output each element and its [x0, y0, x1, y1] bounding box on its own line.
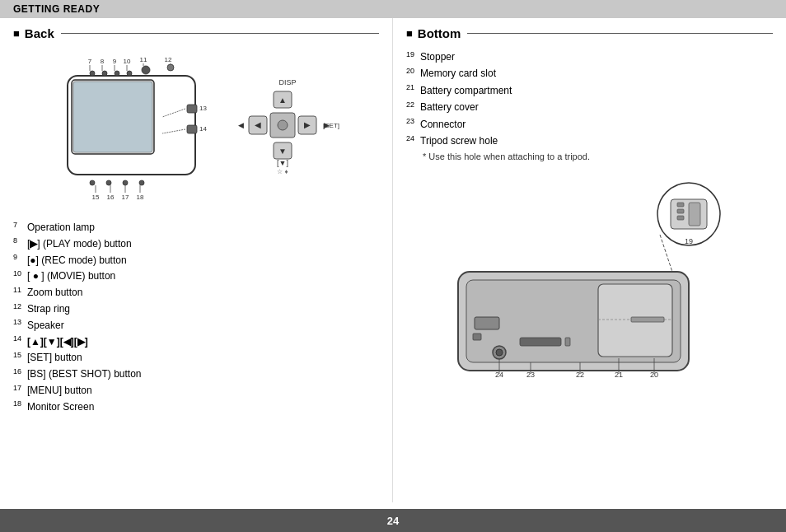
list-item: 22 Battery cover: [406, 99, 773, 115]
camera-bottom-svg: 19 24 23 22 21: [433, 173, 746, 395]
svg-text:17: 17: [122, 194, 129, 201]
svg-rect-83: [631, 317, 664, 322]
svg-rect-81: [520, 338, 561, 346]
svg-rect-67: [475, 317, 499, 329]
main-content: Back 7 8 9 10 11: [0, 18, 786, 502]
svg-point-4: [102, 71, 107, 76]
svg-text:13: 13: [199, 105, 207, 112]
back-panel: Back 7 8 9 10 11: [0, 18, 393, 502]
list-item: 15 [SET] button: [13, 350, 379, 366]
list-item: 20 Memory card slot: [406, 65, 773, 82]
svg-point-28: [123, 180, 128, 185]
svg-rect-58: [677, 203, 684, 207]
bottom-section-title: Bottom: [406, 26, 773, 40]
back-diagram: 7 8 9 10 11 12 13 14: [13, 49, 379, 213]
svg-text:14: 14: [199, 125, 207, 133]
list-item: 19 Stopper: [406, 49, 773, 65]
svg-text:18: 18: [137, 194, 144, 201]
svg-text:☆ ♦: ☆ ♦: [277, 168, 288, 175]
svg-text:15: 15: [92, 194, 100, 201]
svg-rect-61: [689, 203, 700, 226]
svg-point-46: [278, 120, 288, 130]
svg-text:7: 7: [88, 58, 92, 65]
svg-rect-2: [73, 82, 152, 152]
list-item: 16 [BS] (BEST SHOT) button: [13, 366, 379, 383]
svg-point-3: [90, 71, 95, 76]
svg-text:◀: ◀: [238, 121, 244, 129]
page-number: 24: [387, 515, 399, 527]
svg-text:9: 9: [113, 58, 117, 65]
svg-rect-21: [187, 105, 197, 113]
list-item: 24 Tripod screw hole: [406, 133, 773, 149]
page-footer: 24: [0, 509, 786, 532]
svg-point-26: [90, 180, 95, 185]
list-item: 7 Operation lamp: [13, 220, 379, 236]
list-item: 11 Zoom button: [13, 285, 379, 301]
svg-point-6: [127, 71, 132, 76]
svg-text:[▼]: [▼]: [277, 159, 288, 167]
svg-text:10: 10: [124, 58, 131, 65]
svg-rect-59: [677, 209, 684, 213]
list-item: 18 Monitor Screen: [13, 399, 379, 416]
svg-line-39: [162, 129, 185, 133]
svg-line-38: [162, 109, 185, 117]
back-section-title: Back: [13, 26, 379, 40]
tripod-note: * Use this hole when attaching to a trip…: [423, 149, 773, 165]
list-item: 17 [MENU] button: [13, 383, 379, 399]
svg-text:▶: ▶: [304, 120, 311, 129]
svg-text:[SET]: [SET]: [323, 122, 339, 129]
camera-back-svg: 7 8 9 10 11 12 13 14: [51, 55, 224, 208]
list-item: 8 [▶] (PLAY mode) button: [13, 236, 379, 253]
svg-text:16: 16: [107, 194, 115, 201]
svg-point-69: [496, 349, 503, 356]
svg-point-29: [139, 180, 144, 185]
svg-point-7: [142, 66, 150, 74]
svg-text:19: 19: [684, 237, 692, 245]
header-title: GETTING READY: [13, 3, 100, 15]
dpad-diagram: DISP ▲ ◀ ▶ ▼: [234, 77, 341, 186]
list-item: 23 Connector: [406, 116, 773, 133]
back-items-list: 7 Operation lamp 8 [▶] (PLAY mode) butto…: [13, 220, 379, 416]
svg-line-84: [660, 235, 672, 272]
list-item: 21 Battery compartment: [406, 82, 773, 99]
list-item: 10 [ ● ] (MOVIE) button: [13, 268, 379, 285]
svg-text:12: 12: [165, 56, 172, 63]
svg-text:◀: ◀: [255, 120, 261, 129]
dpad-svg: DISP ▲ ◀ ▶ ▼: [234, 77, 341, 184]
svg-point-8: [167, 64, 174, 71]
svg-point-27: [106, 180, 111, 185]
svg-rect-22: [187, 125, 197, 133]
list-item: 14 [▲][▼][◀][▶]: [13, 334, 379, 351]
bottom-camera-diagram: 19 24 23 22 21: [406, 173, 773, 395]
svg-rect-60: [677, 216, 684, 220]
bottom-items-list: 19 Stopper 20 Memory card slot 21 Batter…: [406, 49, 773, 165]
list-item: 13 Speaker: [13, 318, 379, 334]
svg-text:▼: ▼: [278, 147, 287, 156]
svg-point-5: [115, 71, 119, 76]
svg-text:DISP: DISP: [278, 78, 296, 86]
svg-rect-70: [473, 334, 481, 340]
svg-text:11: 11: [140, 56, 147, 63]
svg-rect-82: [565, 338, 570, 346]
bottom-panel: Bottom 19 Stopper 20 Memory card slot 21…: [393, 18, 786, 502]
svg-text:8: 8: [101, 58, 105, 65]
page-header: GETTING READY: [0, 0, 786, 18]
svg-text:▲: ▲: [278, 96, 287, 105]
list-item: 12 Strap ring: [13, 301, 379, 318]
list-item: 9 [●] (REC mode) button: [13, 253, 379, 269]
